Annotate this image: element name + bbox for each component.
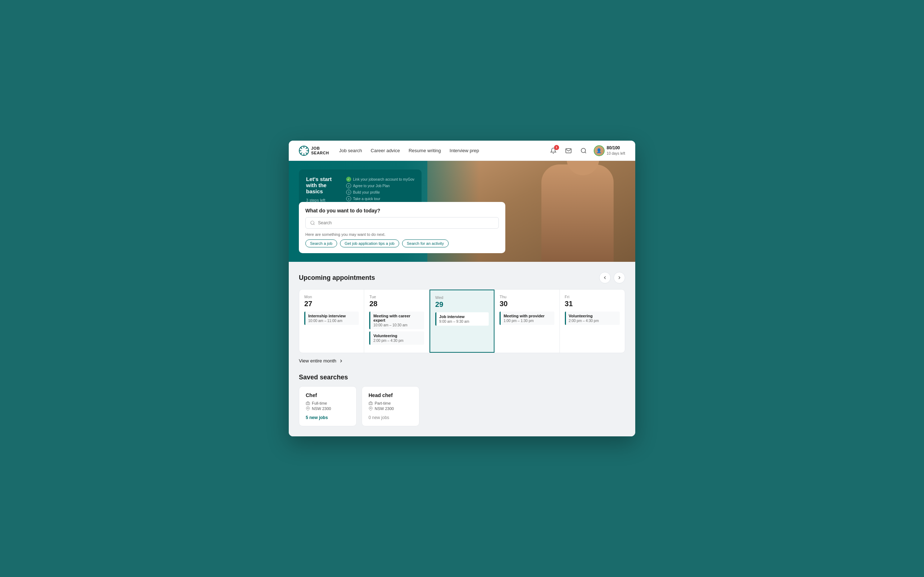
search-nav-button[interactable]	[578, 146, 589, 156]
next-week-button[interactable]	[614, 272, 625, 284]
saved-job-location: NSW 2300	[306, 406, 350, 411]
view-month-label: View entire month	[299, 358, 336, 364]
saved-card-chef[interactable]: Chef Full-time NSW 2300	[299, 386, 357, 426]
svg-point-16	[370, 408, 372, 409]
day-number-thu: 30	[499, 300, 554, 308]
svg-line-7	[306, 148, 307, 148]
cal-day-thu: Thu 30 Meeting with provider 1:00 pm – 1…	[494, 290, 559, 353]
svg-rect-13	[306, 403, 310, 405]
user-score: 80/100	[607, 145, 625, 151]
day-label-tue: Tue	[369, 295, 424, 299]
nav-job-search[interactable]: Job search	[339, 148, 362, 153]
appointments-header: Upcoming appointments	[299, 272, 625, 284]
svg-line-12	[313, 224, 315, 225]
saved-job-location: NSW 2300	[368, 406, 412, 411]
checklist-text-3: Build your profile	[353, 190, 380, 194]
search-input[interactable]	[318, 220, 494, 226]
quick-job-tips-button[interactable]: Get job application tips a job	[340, 239, 399, 247]
checklist-item-3: 3 Build your profile	[346, 189, 414, 195]
event-career-expert[interactable]: Meeting with career expert 10:00 am – 10…	[369, 311, 424, 329]
search-nav-icon	[580, 148, 587, 154]
navbar: JOBSEARCH Job search Career advice Resum…	[289, 141, 635, 161]
search-input-wrap[interactable]	[305, 217, 499, 229]
cal-day-tue: Tue 28 Meeting with career expert 10:00 …	[364, 290, 429, 353]
search-box: What do you want to do today? Here are s…	[299, 202, 505, 253]
svg-point-14	[307, 408, 309, 409]
saved-card-head-chef[interactable]: Head chef Part-time NSW 2300	[362, 386, 419, 426]
event-internship[interactable]: Internship interview 10:00 am – 11:00 am	[304, 311, 359, 325]
cal-day-mon: Mon 27 Internship interview 10:00 am – 1…	[299, 290, 364, 353]
event-title: Meeting with provider	[504, 314, 551, 318]
day-number-tue: 28	[369, 300, 424, 308]
location-icon	[368, 406, 373, 411]
event-time: 2:00 pm – 4:30 pm	[373, 338, 421, 343]
day-label-mon: Mon	[304, 295, 359, 299]
saved-new-jobs: 5 new jobs	[306, 415, 350, 420]
main-content: Upcoming appointments	[289, 262, 635, 436]
prev-week-button[interactable]	[599, 272, 611, 284]
notification-badge: 1	[554, 145, 559, 150]
nav-right: 1 👤 80/100 10 days l	[548, 145, 625, 156]
event-time: 10:00 am – 11:00 am	[308, 319, 356, 323]
search-question: What do you want to do today?	[305, 208, 499, 213]
saved-job-title: Chef	[306, 392, 350, 398]
day-number-fri: 31	[565, 300, 620, 308]
cal-day-wed: Wed 29 Job interview 9:00 am – 9:30 am	[430, 290, 494, 353]
calendar-nav	[599, 272, 625, 284]
briefcase-icon	[306, 401, 310, 405]
day-number-mon: 27	[304, 300, 359, 308]
checklist-item-2: 2 Agree to your Job Plan	[346, 182, 414, 189]
svg-line-5	[301, 148, 302, 148]
saved-new-jobs: 0 new jobs	[368, 415, 412, 420]
svg-rect-15	[369, 403, 373, 405]
event-title: Volunteering	[569, 314, 617, 318]
search-icon	[310, 220, 315, 226]
event-job-interview[interactable]: Job interview 9:00 am – 9:30 am	[435, 312, 489, 326]
hero-section: Let's start with the basics 3 steps left…	[289, 161, 635, 262]
checklist: ✓ Link your jobsearch account to myGov 2…	[346, 176, 414, 202]
event-provider[interactable]: Meeting with provider 1:00 pm – 1:30 pm	[499, 311, 554, 325]
check-icon-2: 2	[346, 183, 351, 188]
nav-interview-prep[interactable]: Interview prep	[450, 148, 479, 153]
event-time: 2:00 pm – 4:30 pm	[569, 319, 617, 323]
user-badge[interactable]: 👤 80/100 10 days left	[594, 145, 625, 156]
search-hint: Here are something you may want to do ne…	[305, 232, 499, 237]
event-volunteering-tue[interactable]: Volunteering 2:00 pm – 4:30 pm	[369, 331, 424, 345]
nav-career-advice[interactable]: Career advice	[371, 148, 400, 153]
event-title: Internship interview	[308, 314, 356, 318]
day-label-thu: Thu	[499, 295, 554, 299]
calendar-grid: Mon 27 Internship interview 10:00 am – 1…	[299, 289, 625, 353]
arrow-right-icon	[617, 275, 622, 280]
event-volunteering-fri[interactable]: Volunteering 2:00 pm – 4:30 pm	[565, 311, 620, 325]
avatar-image: 👤	[594, 146, 604, 155]
hero-card-title: Let's start with the basics	[306, 176, 339, 194]
quick-buttons: Search a job Get job application tips a …	[305, 239, 499, 247]
nav-resume-writing[interactable]: Resume writing	[409, 148, 441, 153]
mail-button[interactable]	[564, 146, 573, 156]
svg-line-8	[301, 153, 302, 154]
view-month-link[interactable]: View entire month	[299, 358, 344, 364]
logo-icon	[299, 146, 309, 156]
svg-point-11	[311, 221, 314, 224]
briefcase-icon	[368, 401, 373, 405]
checklist-item-1: ✓ Link your jobsearch account to myGov	[346, 176, 414, 182]
saved-job-type: Full-time	[306, 401, 350, 405]
checklist-text-2: Agree to your Job Plan	[353, 184, 390, 188]
quick-search-job-button[interactable]: Search a job	[305, 239, 337, 247]
quick-search-activity-button[interactable]: Search for an activity	[402, 239, 449, 247]
logo-text: JOBSEARCH	[311, 146, 329, 155]
event-time: 10:00 am – 10:30 am	[373, 323, 421, 327]
arrow-left-icon	[603, 275, 607, 280]
saved-searches-title: Saved searches	[299, 374, 625, 381]
notification-button[interactable]: 1	[548, 146, 558, 156]
saved-cards-container: Chef Full-time NSW 2300	[299, 386, 625, 426]
checklist-item-4: 4 Take a quick tour	[346, 195, 414, 202]
nav-links: Job search Career advice Resume writing …	[339, 148, 548, 153]
day-number-wed: 29	[435, 300, 489, 309]
checklist-text-1: Link your jobsearch account to myGov	[353, 177, 414, 181]
event-title: Meeting with career expert	[373, 314, 421, 322]
app-container: JOBSEARCH Job search Career advice Resum…	[289, 141, 635, 436]
logo-area[interactable]: JOBSEARCH	[299, 146, 329, 156]
checklist-area: ✓ Link your jobsearch account to myGov 2…	[346, 176, 414, 202]
appointments-section: Upcoming appointments	[299, 272, 625, 364]
